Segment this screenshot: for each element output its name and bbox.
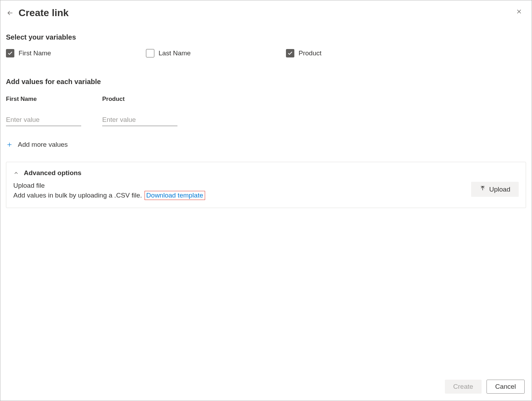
back-arrow-icon[interactable]	[6, 9, 14, 17]
value-column-first-name: First Name	[6, 96, 81, 126]
select-variables-section: Select your variables First Name Last Na…	[6, 33, 526, 57]
add-more-values-button[interactable]: Add more values	[6, 141, 526, 148]
page-title: Create link	[19, 7, 69, 19]
checkbox-product[interactable]	[286, 49, 294, 57]
values-columns-row: First Name Product	[6, 96, 526, 126]
column-header: First Name	[6, 96, 81, 103]
variable-label: Product	[299, 49, 321, 57]
add-more-label: Add more values	[18, 141, 68, 148]
close-icon[interactable]	[514, 7, 524, 16]
add-values-title: Add values for each variable	[6, 78, 526, 86]
variable-label: Last Name	[159, 49, 191, 57]
upload-desc-row: Add values in bulk by uploading a .CSV f…	[13, 191, 464, 200]
variables-row: First Name Last Name Product	[6, 49, 526, 57]
upload-desc-text: Add values in bulk by uploading a .CSV f…	[13, 192, 142, 199]
footer-actions: Create Cancel	[445, 380, 525, 394]
product-input[interactable]	[102, 115, 177, 126]
advanced-options-panel: Advanced options Upload file Add values …	[6, 162, 526, 208]
create-button[interactable]: Create	[445, 380, 482, 394]
upload-button[interactable]: Upload	[471, 182, 519, 197]
variable-first-name[interactable]: First Name	[6, 49, 146, 57]
upload-arrow-icon	[479, 185, 486, 193]
value-column-product: Product	[102, 96, 177, 126]
variable-label: First Name	[19, 49, 51, 57]
download-template-link[interactable]: Download template	[145, 191, 205, 200]
upload-button-label: Upload	[489, 186, 510, 193]
create-link-panel: Create link Select your variables First …	[0, 0, 532, 401]
column-header: Product	[102, 96, 177, 103]
variable-product[interactable]: Product	[286, 49, 426, 57]
plus-icon	[6, 141, 13, 148]
checkmark-icon	[7, 50, 13, 56]
cancel-button[interactable]: Cancel	[486, 380, 525, 394]
checkmark-icon	[287, 50, 293, 56]
panel-header: Create link	[6, 7, 526, 19]
checkbox-last-name[interactable]	[146, 49, 154, 57]
upload-text-block: Upload file Add values in bulk by upload…	[13, 182, 464, 200]
advanced-options-title: Advanced options	[24, 169, 82, 177]
variable-last-name[interactable]: Last Name	[146, 49, 286, 57]
first-name-input[interactable]	[6, 115, 81, 126]
add-values-section: Add values for each variable First Name …	[6, 78, 526, 148]
select-variables-title: Select your variables	[6, 33, 526, 41]
chevron-up-icon	[13, 170, 19, 176]
upload-file-label: Upload file	[13, 182, 464, 189]
upload-row: Upload file Add values in bulk by upload…	[13, 182, 519, 200]
advanced-options-toggle[interactable]: Advanced options	[13, 169, 519, 177]
checkbox-first-name[interactable]	[6, 49, 14, 57]
